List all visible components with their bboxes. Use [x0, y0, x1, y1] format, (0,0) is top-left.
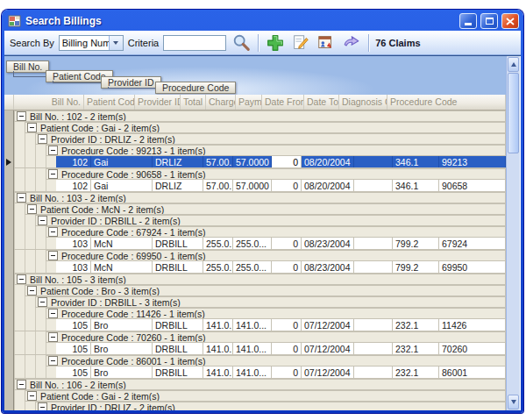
- group-header-procedure-code-69950-1-item-s[interactable]: Procedure Code : 69950 - 1 item(s): [46, 250, 506, 261]
- cell-date-from[interactable]: 07/12/2004: [302, 367, 354, 378]
- group-header-bill-no-102-2-item-s[interactable]: Bill No. : 102 - 2 item(s): [14, 110, 506, 122]
- cell-bill-no[interactable]: 105: [56, 343, 91, 354]
- cell-total[interactable]: 255.0...: [203, 238, 233, 249]
- group-header-procedure-code-90658-1-item-s[interactable]: Procedure Code : 90658 - 1 item(s): [46, 168, 506, 180]
- cell-diagnosis-code[interactable]: 799.2: [393, 238, 439, 249]
- cell-date-to[interactable]: [354, 343, 393, 354]
- cell-patient-code[interactable]: Gai: [91, 180, 153, 191]
- cell-procedure-code[interactable]: 70260: [439, 343, 506, 354]
- cell-provider-id[interactable]: DRBILL: [153, 238, 203, 249]
- collapse-icon[interactable]: [17, 274, 26, 284]
- group-header-provider-id-drliz-2-item-s[interactable]: Provider ID : DRLIZ - 2 item(s): [35, 402, 506, 410]
- cell-provider-id[interactable]: DRBILL: [153, 343, 203, 354]
- collapse-icon[interactable]: [48, 356, 58, 366]
- scrollbar-track[interactable]: [507, 153, 520, 394]
- cell-date-from[interactable]: 08/20/2004: [302, 156, 354, 167]
- cell-date-to[interactable]: [354, 180, 393, 191]
- add-button[interactable]: [265, 32, 286, 53]
- group-header-patient-code-bro-3-item-s[interactable]: Patient Code : Bro - 3 item(s): [25, 285, 506, 296]
- collapse-icon[interactable]: [48, 146, 58, 155]
- cell-date-to[interactable]: [354, 319, 393, 331]
- table-row[interactable]: 105BroDRBILL141.0...141.0...007/12/20042…: [14, 319, 506, 331]
- group-header-procedure-code-70260-1-item-s[interactable]: Procedure Code : 70260 - 1 item(s): [46, 331, 506, 343]
- column-header-bill-no[interactable]: Bill No.: [14, 95, 84, 110]
- column-header-date-to[interactable]: Date To: [304, 95, 339, 110]
- cell-total[interactable]: 141.0...: [203, 319, 233, 331]
- group-header-provider-id-drliz-2-item-s[interactable]: Provider ID : DRLIZ - 2 item(s): [35, 133, 506, 145]
- cell-patient-code[interactable]: McN: [91, 238, 153, 249]
- cell-charges[interactable]: 255.0...: [233, 261, 272, 273]
- group-header-bill-no-103-2-item-s[interactable]: Bill No. : 103 - 2 item(s): [14, 192, 506, 203]
- dropdown-button[interactable]: [109, 36, 123, 50]
- report-button[interactable]: [316, 32, 337, 53]
- group-header-procedure-code-86001-1-item-s[interactable]: Procedure Code : 86001 - 1 item(s): [46, 355, 506, 367]
- cell-diagnosis-code[interactable]: 232.1: [393, 343, 439, 354]
- group-header-provider-id-drbill-3-item-s[interactable]: Provider ID : DRBILL - 3 item(s): [35, 296, 506, 308]
- cell-total[interactable]: 57.00...: [203, 180, 233, 191]
- column-header-procedure-code[interactable]: Procedure Code: [387, 95, 506, 110]
- cell-date-from[interactable]: 08/23/2004: [302, 238, 354, 249]
- cell-provider-id[interactable]: DRLIZ: [153, 156, 203, 167]
- maximize-button[interactable]: [480, 13, 498, 29]
- cell-total[interactable]: 57.00...: [203, 156, 233, 167]
- cell-date-to[interactable]: [354, 367, 393, 378]
- table-row[interactable]: 102GaiDRLIZ57.00...57.0000008/20/2004346…: [14, 156, 506, 168]
- group-header-patient-code-mcn-2-item-s[interactable]: Patient Code : McN - 2 item(s): [25, 203, 506, 215]
- post-button[interactable]: [341, 32, 362, 53]
- cell-patient-code[interactable]: Bro: [91, 367, 153, 378]
- cell-diagnosis-code[interactable]: 346.1: [393, 180, 439, 191]
- cell-charges[interactable]: 141.0...: [233, 319, 272, 331]
- cell-bill-no[interactable]: 102: [56, 180, 91, 191]
- table-row[interactable]: 103McNDRBILL255.0...255.0...008/23/20047…: [14, 261, 506, 274]
- collapse-icon[interactable]: [48, 251, 58, 260]
- cell-date-to[interactable]: [354, 156, 393, 167]
- cell-charges[interactable]: 57.0000: [233, 180, 272, 191]
- cell-procedure-code[interactable]: 90658: [439, 180, 506, 191]
- cell-date-from[interactable]: 08/23/2004: [302, 261, 354, 273]
- scroll-up-button[interactable]: [508, 57, 519, 72]
- cell-procedure-code[interactable]: 67924: [439, 238, 506, 249]
- cell-patient-code[interactable]: Bro: [91, 319, 153, 331]
- cell-diagnosis-code[interactable]: 232.1: [393, 319, 439, 331]
- criteria-input[interactable]: [163, 35, 226, 51]
- collapse-icon[interactable]: [48, 309, 58, 318]
- cell-charges[interactable]: 57.0000: [233, 156, 272, 167]
- cell-diagnosis-code[interactable]: 232.1: [393, 367, 439, 378]
- cell-payme[interactable]: 0: [272, 156, 302, 167]
- cell-procedure-code[interactable]: 99213: [439, 156, 506, 167]
- cell-charges[interactable]: 141.0...: [233, 367, 272, 378]
- cell-payme[interactable]: 0: [272, 367, 302, 378]
- cell-date-from[interactable]: 08/20/2004: [302, 180, 354, 191]
- group-header-bill-no-105-3-item-s[interactable]: Bill No. : 105 - 3 item(s): [14, 274, 506, 285]
- cell-payme[interactable]: 0: [272, 238, 302, 249]
- group-header-procedure-code-67924-1-item-s[interactable]: Procedure Code : 67924 - 1 item(s): [46, 226, 506, 238]
- vertical-scrollbar[interactable]: [506, 56, 520, 410]
- cell-provider-id[interactable]: DRBILL: [153, 319, 203, 331]
- table-row[interactable]: 105BroDRBILL141.0...141.0...007/12/20042…: [14, 367, 506, 379]
- edit-button[interactable]: [290, 32, 311, 53]
- cell-total[interactable]: 141.0...: [203, 367, 233, 378]
- close-button[interactable]: [501, 13, 519, 29]
- cell-bill-no[interactable]: 102: [56, 156, 91, 167]
- cell-bill-no[interactable]: 105: [56, 319, 91, 331]
- collapse-icon[interactable]: [38, 402, 47, 410]
- cell-payme[interactable]: 0: [272, 180, 302, 191]
- collapse-icon[interactable]: [27, 286, 37, 295]
- cell-total[interactable]: 141.0...: [203, 343, 233, 354]
- minimize-button[interactable]: [459, 13, 477, 29]
- collapse-icon[interactable]: [17, 193, 26, 203]
- cell-date-to[interactable]: [354, 238, 393, 249]
- cell-patient-code[interactable]: McN: [91, 261, 153, 273]
- record-selector-gutter[interactable]: [4, 110, 14, 410]
- column-header-payme[interactable]: Payme...: [236, 95, 262, 110]
- collapse-icon[interactable]: [27, 123, 37, 132]
- group-header-provider-id-drbill-2-item-s[interactable]: Provider ID : DRBILL - 2 item(s): [35, 215, 506, 226]
- cell-procedure-code[interactable]: 69950: [439, 261, 506, 273]
- cell-procedure-code[interactable]: 86001: [439, 367, 506, 378]
- cell-diagnosis-code[interactable]: 346.1: [393, 156, 439, 167]
- cell-date-from[interactable]: 07/12/2004: [302, 319, 354, 331]
- cell-bill-no[interactable]: 103: [56, 261, 91, 273]
- title-bar[interactable]: Search Billings: [4, 10, 521, 31]
- group-header-patient-code-gai-2-item-s[interactable]: Patient Code : Gai - 2 item(s): [25, 390, 506, 402]
- collapse-icon[interactable]: [38, 134, 47, 144]
